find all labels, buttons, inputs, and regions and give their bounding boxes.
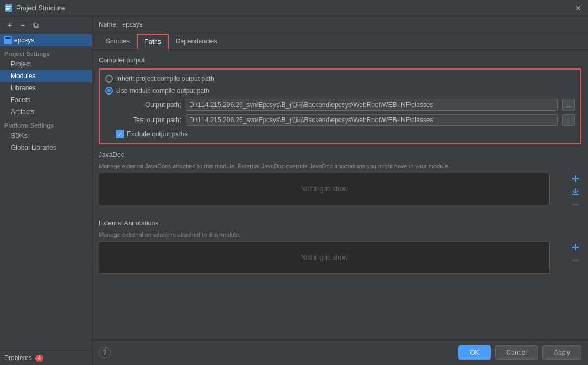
ext-annotations-remove-button[interactable] — [570, 254, 581, 266]
svg-rect-2 — [6, 8, 10, 9]
project-settings-label: Project Settings — [0, 46, 92, 58]
cancel-button[interactable]: Cancel — [495, 345, 538, 360]
remove-module-button[interactable]: − — [17, 20, 28, 30]
radio-inherit-label: Inherit project compile output path — [116, 75, 214, 83]
name-row: Name: epcsys — [92, 16, 588, 33]
module-item-epcsys[interactable]: epcsys — [0, 34, 92, 46]
platform-settings-label: Platform Settings — [0, 118, 92, 130]
apply-button[interactable]: Apply — [542, 345, 581, 360]
javadoc-description: Manage external JavaDocs attached to thi… — [99, 163, 581, 169]
ext-annotations-list-area: Nothing to show — [99, 241, 550, 274]
ext-annotations-buttons — [570, 241, 581, 274]
tab-content: Compiler output Inherit project compile … — [92, 50, 588, 339]
radio-inherit-input[interactable] — [105, 75, 113, 83]
window-title: Project Structure — [16, 4, 573, 12]
javadoc-add-button[interactable] — [570, 173, 581, 185]
sidebar-item-modules[interactable]: Modules — [0, 70, 92, 82]
javadoc-list-wrapper: Nothing to show — [99, 173, 581, 211]
sidebar-item-sdks[interactable]: SDKs — [0, 130, 92, 142]
ok-button[interactable]: OK — [458, 345, 490, 360]
add-module-button[interactable]: + — [4, 20, 15, 30]
name-label: Name: — [99, 21, 118, 28]
test-output-path-label: Test output path: — [116, 116, 181, 124]
sidebar-item-global-libraries[interactable]: Global Libraries — [0, 142, 92, 154]
bottom-bar: ? OK Cancel Apply — [92, 339, 588, 365]
exclude-output-paths-checkbox[interactable]: ✓ — [116, 130, 124, 138]
output-path-input[interactable] — [186, 99, 558, 111]
tab-paths[interactable]: Paths — [137, 34, 169, 50]
copy-module-button[interactable]: ⧉ — [30, 20, 41, 30]
tabs-bar: Sources Paths Dependencies — [92, 33, 588, 50]
problems-badge: 4 — [35, 355, 44, 362]
javadoc-remove-button[interactable] — [570, 199, 581, 211]
module-name-value: epcsys — [122, 21, 142, 28]
exclude-output-paths-row[interactable]: ✓ Exclude output paths — [116, 130, 575, 138]
app-icon — [4, 4, 13, 12]
radio-use-module-input[interactable] — [105, 87, 113, 95]
ext-annotations-area-wrapper: Nothing to show — [99, 241, 550, 274]
sidebar-item-project[interactable]: Project — [0, 58, 92, 70]
javadoc-list-area: Nothing to show — [99, 173, 550, 205]
content-area: Name: epcsys Sources Paths Dependencies … — [92, 16, 588, 365]
tab-dependencies[interactable]: Dependencies — [169, 34, 225, 50]
svg-rect-3 — [6, 9, 9, 10]
test-output-path-input[interactable] — [186, 114, 558, 126]
sidebar-item-libraries[interactable]: Libraries — [0, 82, 92, 94]
problems-label: Problems — [4, 354, 32, 362]
output-path-row: Output path: ... — [116, 99, 575, 111]
radio-use-module-label: Use module compile output path — [116, 87, 209, 95]
compiler-output-radio-group: Inherit project compile output path Use … — [99, 68, 581, 144]
external-annotations-description: Manage external annotations attached to … — [99, 231, 581, 238]
title-bar: Project Structure ✕ — [0, 0, 588, 16]
external-annotations-title: External Annotations — [99, 219, 581, 227]
ext-annotations-nothing-to-show: Nothing to show — [301, 254, 348, 261]
svg-rect-1 — [6, 6, 11, 7]
tab-sources[interactable]: Sources — [99, 34, 137, 50]
test-output-path-row: Test output path: ... — [116, 114, 575, 126]
radio-inherit[interactable]: Inherit project compile output path — [105, 75, 575, 83]
sidebar-toolbar: + − ⧉ — [0, 16, 92, 34]
compiler-output-title: Compiler output — [99, 56, 581, 64]
close-button[interactable]: ✕ — [573, 3, 584, 14]
help-button[interactable]: ? — [99, 347, 111, 358]
output-path-label: Output path: — [116, 101, 181, 109]
path-rows: Output path: ... Test output path: ... — [116, 99, 575, 126]
javadoc-nothing-to-show: Nothing to show — [301, 185, 348, 193]
sidebar: + − ⧉ epcsys Project Settings Project Mo… — [0, 16, 92, 365]
external-annotations-section: External Annotations Manage external ann… — [99, 219, 581, 274]
sidebar-bottom: Problems 4 — [0, 350, 92, 365]
javadoc-section: JavaDoc Manage external JavaDocs attache… — [99, 151, 581, 211]
problems-item[interactable]: Problems 4 — [4, 354, 87, 362]
javadoc-title: JavaDoc — [99, 151, 581, 159]
module-item-label: epcsys — [14, 36, 34, 44]
test-output-path-browse-button[interactable]: ... — [562, 114, 575, 126]
ext-annotations-add-button[interactable] — [570, 241, 581, 253]
javadoc-add-from-module-button[interactable] — [570, 186, 581, 198]
ext-annotations-list-wrapper: Nothing to show — [99, 241, 581, 274]
output-path-browse-button[interactable]: ... — [562, 99, 575, 111]
javadoc-list-area-wrapper: Nothing to show — [99, 173, 550, 211]
sidebar-item-artifacts[interactable]: Artifacts — [0, 106, 92, 118]
javadoc-buttons — [570, 173, 581, 211]
module-icon — [4, 36, 12, 44]
exclude-output-paths-label: Exclude output paths — [127, 130, 188, 138]
radio-use-module[interactable]: Use module compile output path — [105, 87, 575, 95]
sidebar-item-facets[interactable]: Facets — [0, 94, 92, 106]
